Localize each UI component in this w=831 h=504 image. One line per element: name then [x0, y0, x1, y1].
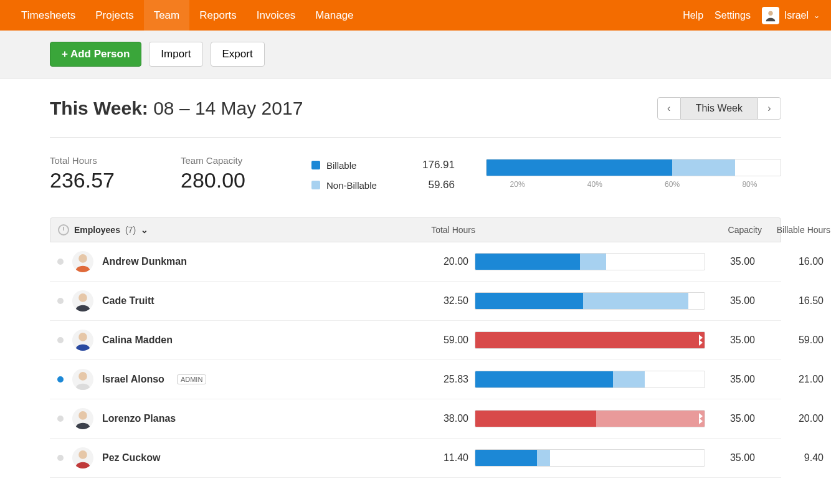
status-dot-icon [57, 416, 64, 422]
import-button[interactable]: Import [149, 42, 202, 67]
total-hours-value: 236.57 [50, 168, 150, 193]
billable-label: Billable [326, 160, 356, 171]
svg-point-2 [78, 293, 87, 302]
billable-value: 176.91 [422, 159, 455, 171]
capacity-cell: 35.00 [705, 374, 761, 385]
user-menu[interactable]: Israel ⌄ [762, 7, 820, 24]
hours-bar [475, 449, 705, 467]
employees-column-toggle[interactable]: Employees (7) ⌄ [58, 224, 382, 235]
settings-link[interactable]: Settings [715, 10, 751, 21]
total-hours-cell: 20.00 [381, 256, 475, 267]
svg-point-0 [768, 11, 772, 15]
summary-metrics: Total Hours 236.57 Team Capacity 280.00 … [50, 155, 781, 193]
page-title: This Week: 08 – 14 May 2017 [50, 98, 303, 119]
nonbillable-label: Non-Billable [326, 180, 377, 191]
hours-bar [475, 331, 705, 349]
team-capacity-value: 280.00 [181, 168, 280, 193]
nav-timesheets[interactable]: Timesheets [11, 0, 85, 31]
avatar [72, 251, 93, 272]
total-hours-cell: 59.00 [381, 335, 475, 346]
nav-invoices[interactable]: Invoices [247, 0, 305, 31]
nonbillable-swatch-icon [311, 181, 320, 189]
table-header: Employees (7) ⌄ Total Hours Capacity Bil… [50, 217, 781, 242]
employee-name: Andrew Dunkman [102, 256, 187, 267]
column-capacity: Capacity [706, 225, 762, 235]
employee-name: Calina Madden [102, 335, 173, 346]
hours-bar [475, 253, 705, 270]
employee-name: Cade Truitt [102, 295, 154, 307]
chevron-down-icon: ⌄ [814, 11, 820, 20]
capacity-cell: 35.00 [705, 452, 761, 464]
employee-name: Pez Cuckow [102, 452, 160, 464]
billable-cell: 16.00 [761, 256, 830, 267]
billable-swatch-icon [311, 161, 320, 169]
nonbillable-value: 59.66 [428, 179, 455, 191]
avatar [72, 408, 93, 429]
overflow-indicator-icon [699, 332, 705, 348]
nav-manage[interactable]: Manage [305, 0, 363, 31]
capacity-cell: 35.00 [705, 295, 761, 307]
billable-cell: 59.00 [761, 335, 830, 346]
capacity-cell: 35.00 [705, 413, 761, 424]
prev-period-button[interactable]: ‹ [657, 97, 681, 120]
status-dot-icon [57, 337, 64, 343]
avatar [72, 369, 93, 390]
column-total-hours: Total Hours [382, 225, 475, 235]
column-billable: Billable Hours [762, 225, 830, 235]
total-hours-cell: 25.83 [381, 374, 475, 385]
action-toolbar: +Add Person Import Export [0, 31, 831, 78]
avatar [72, 447, 93, 468]
hours-bar [475, 410, 705, 427]
svg-point-1 [78, 254, 87, 263]
total-hours-label: Total Hours [50, 155, 150, 166]
svg-point-4 [78, 372, 87, 381]
status-dot-icon [57, 298, 64, 304]
overflow-indicator-icon [699, 411, 705, 427]
table-row[interactable]: Cade Truitt32.5035.0016.50 [50, 282, 781, 321]
total-hours-cell: 38.00 [381, 413, 475, 424]
chevron-down-icon: ⌄ [141, 225, 148, 235]
avatar [72, 330, 93, 351]
status-dot-icon [57, 455, 64, 461]
capacity-cell: 35.00 [705, 256, 761, 267]
hours-bar [475, 371, 705, 388]
capacity-cell: 35.00 [705, 335, 761, 346]
employee-name: Lorenzo Planas [102, 413, 176, 424]
export-button[interactable]: Export [211, 42, 265, 67]
clock-icon [58, 224, 69, 235]
billable-cell: 21.00 [761, 374, 830, 385]
billable-cell: 20.00 [761, 413, 830, 424]
nav-projects[interactable]: Projects [85, 0, 143, 31]
help-link[interactable]: Help [683, 10, 703, 21]
user-name: Israel [784, 10, 809, 21]
nav-team[interactable]: Team [144, 0, 190, 31]
table-row[interactable]: Israel AlonsoADMIN25.8335.0021.00 [50, 360, 781, 399]
nav-reports[interactable]: Reports [189, 0, 247, 31]
table-row[interactable]: Andrew Dunkman20.0035.0016.00 [50, 242, 781, 282]
svg-point-3 [78, 333, 87, 341]
add-person-button[interactable]: +Add Person [50, 42, 141, 67]
avatar [72, 290, 93, 311]
top-nav: TimesheetsProjectsTeamReportsInvoicesMan… [0, 0, 831, 31]
admin-badge: ADMIN [177, 374, 206, 384]
table-row[interactable]: Lorenzo Planas38.0035.0020.00 [50, 399, 781, 439]
status-dot-icon [57, 376, 64, 383]
status-dot-icon [57, 259, 64, 265]
total-hours-cell: 11.40 [381, 452, 475, 464]
billable-cell: 16.50 [761, 295, 830, 307]
total-hours-cell: 32.50 [381, 295, 475, 307]
avatar [762, 7, 779, 24]
table-row[interactable]: Calina Madden59.0035.0059.00 [50, 321, 781, 360]
hours-bar [475, 292, 705, 310]
billable-cell: 9.40 [761, 452, 830, 464]
team-capacity-bar [486, 159, 781, 176]
svg-point-6 [78, 450, 87, 459]
period-nav: ‹ This Week › [657, 97, 781, 120]
employee-name: Israel Alonso [102, 374, 164, 385]
svg-point-5 [78, 411, 87, 420]
team-capacity-label: Team Capacity [181, 155, 280, 166]
next-period-button[interactable]: › [757, 97, 781, 120]
table-row[interactable]: Pez Cuckow11.4035.009.40 [50, 439, 781, 478]
period-selector[interactable]: This Week [681, 97, 757, 120]
